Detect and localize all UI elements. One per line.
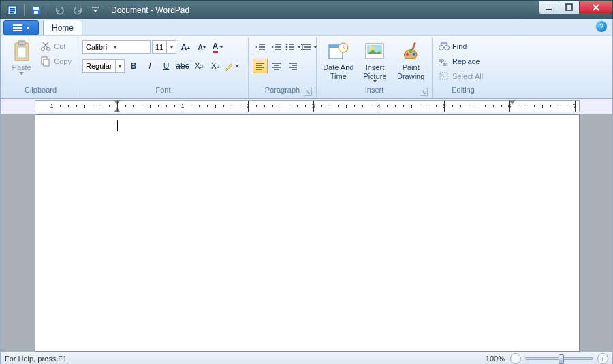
- qat-customize-button[interactable]: [88, 3, 103, 17]
- align-center-icon: [272, 62, 281, 70]
- shrink-font-button[interactable]: A▾: [194, 39, 209, 54]
- font-family-combo[interactable]: Calibri ▾: [82, 40, 151, 54]
- align-left-icon: [255, 62, 265, 70]
- group-label-insert: Insert ↘: [321, 86, 428, 97]
- picture-icon: [364, 40, 386, 62]
- decrease-indent-button[interactable]: [253, 39, 268, 54]
- close-button[interactable]: [580, 1, 612, 14]
- find-button[interactable]: Find: [437, 39, 469, 54]
- chevron-down-icon: ▾: [166, 41, 176, 53]
- group-insert: Date And Time Insert Picture Paint Drawi…: [317, 37, 433, 98]
- italic-button[interactable]: I: [142, 59, 157, 73]
- align-right-button[interactable]: [285, 59, 300, 73]
- group-paragraph: Paragraph ↘: [249, 37, 317, 98]
- paragraph-launcher[interactable]: ↘: [304, 88, 312, 96]
- ruler[interactable]: 11234567: [35, 100, 580, 112]
- svg-point-19: [286, 49, 288, 51]
- insert-picture-label: Insert Picture: [359, 63, 392, 80]
- svg-rect-16: [44, 59, 49, 66]
- font-color-button[interactable]: A: [210, 39, 225, 54]
- tab-home[interactable]: Home: [43, 20, 82, 35]
- replace-icon: abac: [439, 56, 450, 67]
- copy-icon: [40, 56, 51, 67]
- help-button[interactable]: ?: [596, 21, 607, 32]
- insert-launcher[interactable]: ↘: [420, 88, 428, 96]
- minimize-button[interactable]: [539, 1, 559, 14]
- app-menu-icon[interactable]: [5, 3, 20, 17]
- increase-indent-button[interactable]: [269, 39, 284, 54]
- font-style-value: Regular: [83, 62, 115, 70]
- scissors-icon: [40, 41, 51, 52]
- subscript-button[interactable]: X2: [191, 59, 206, 73]
- select-all-button[interactable]: Select All: [437, 69, 485, 84]
- zoom-in-button[interactable]: +: [597, 353, 608, 364]
- svg-rect-9: [566, 4, 572, 10]
- highlighter-icon: [224, 61, 234, 71]
- window-title: Document - WordPad: [111, 5, 189, 15]
- status-help-text: For Help, press F1: [5, 354, 67, 363]
- font-size-combo[interactable]: 11 ▾: [152, 40, 176, 54]
- file-menu-button[interactable]: [3, 20, 39, 35]
- chevron-down-icon: ▾: [115, 60, 124, 72]
- find-label: Find: [452, 42, 467, 50]
- group-label-clipboard: Clipboard: [7, 86, 74, 97]
- zoom-slider[interactable]: [525, 357, 593, 360]
- paint-drawing-button[interactable]: Paint Drawing: [394, 39, 428, 80]
- strikethrough-button[interactable]: abc: [175, 59, 190, 73]
- qat-save-button[interactable]: [29, 3, 44, 17]
- line-spacing-icon: [301, 42, 312, 52]
- cut-button[interactable]: Cut: [38, 39, 74, 54]
- statusbar: For Help, press F1 100% − +: [0, 352, 613, 364]
- group-font: Calibri ▾ 11 ▾ A▴ A▾ A: [78, 37, 249, 98]
- group-label-editing: Editing: [437, 86, 490, 97]
- insert-picture-button[interactable]: Insert Picture: [359, 39, 392, 82]
- font-style-combo[interactable]: Regular ▾: [82, 59, 125, 73]
- svg-point-14: [47, 48, 50, 51]
- replace-label: Replace: [452, 57, 480, 65]
- paste-button[interactable]: Paste: [7, 39, 35, 75]
- zoom-out-button[interactable]: −: [510, 353, 521, 364]
- select-all-label: Select All: [452, 72, 483, 80]
- list-button[interactable]: [285, 39, 300, 54]
- list-icon: [285, 42, 296, 52]
- qat-undo-button[interactable]: [52, 3, 67, 17]
- replace-button[interactable]: abac Replace: [437, 54, 482, 69]
- group-label-font: Font: [82, 86, 244, 97]
- paint-label: Paint Drawing: [394, 63, 428, 80]
- svg-rect-5: [33, 7, 39, 10]
- svg-point-13: [42, 48, 45, 51]
- svg-point-30: [439, 46, 444, 50]
- align-right-icon: [288, 62, 298, 70]
- maximize-button[interactable]: [559, 1, 580, 14]
- qat-redo-button[interactable]: [70, 3, 85, 17]
- text-cursor: [117, 120, 118, 131]
- svg-rect-11: [18, 41, 25, 45]
- grow-font-button[interactable]: A▴: [178, 39, 193, 54]
- svg-point-28: [413, 53, 415, 56]
- align-center-button[interactable]: [269, 59, 284, 73]
- svg-point-26: [406, 53, 409, 56]
- document-area: [1, 114, 612, 352]
- datetime-button[interactable]: Date And Time: [321, 39, 356, 80]
- group-editing: Find abac Replace Select All Editing: [433, 37, 494, 98]
- highlight-button[interactable]: [224, 59, 239, 73]
- outdent-icon: [255, 42, 266, 52]
- page[interactable]: [35, 114, 580, 352]
- cut-label: Cut: [54, 42, 65, 50]
- zoom-thumb[interactable]: [559, 354, 564, 364]
- underline-button[interactable]: U: [159, 59, 174, 73]
- workspace: 11234567: [0, 99, 613, 352]
- group-label-paragraph: Paragraph ↘: [253, 86, 312, 97]
- copy-button[interactable]: Copy: [38, 54, 74, 69]
- titlebar: Document - WordPad: [0, 0, 613, 19]
- superscript-button[interactable]: X2: [208, 59, 223, 73]
- clipboard-icon: [11, 40, 33, 62]
- line-spacing-button[interactable]: [302, 39, 317, 54]
- chevron-down-icon: [19, 72, 24, 75]
- zoom-value: 100%: [486, 354, 505, 363]
- bold-button[interactable]: B: [126, 59, 141, 73]
- align-left-button[interactable]: [253, 59, 268, 73]
- font-family-value: Calibri: [83, 43, 110, 51]
- indent-icon: [271, 42, 282, 52]
- svg-rect-6: [34, 11, 38, 14]
